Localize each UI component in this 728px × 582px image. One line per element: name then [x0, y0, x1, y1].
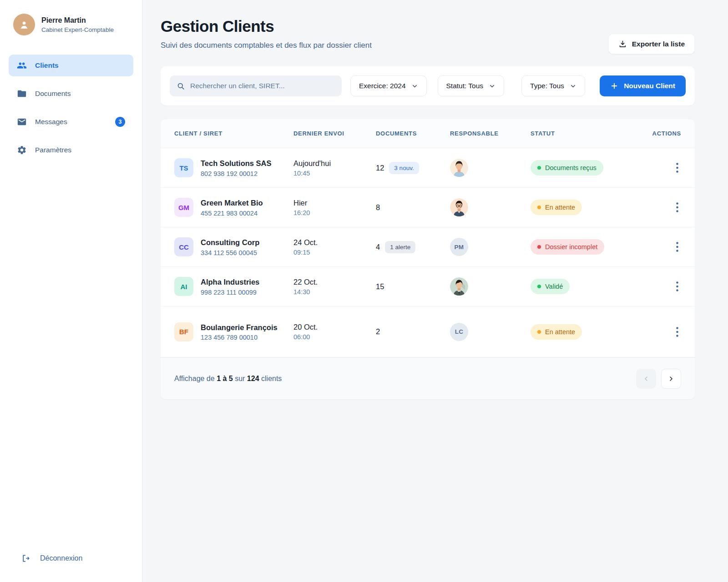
table-row[interactable]: GM Green Market Bio 455 221 983 00024 Hi… — [161, 188, 695, 227]
table-header-row: Client / Siret Dernier envoi Documents R… — [161, 119, 695, 148]
previous-page-button[interactable] — [636, 369, 656, 389]
status-label: Dossier incomplet — [545, 243, 597, 251]
envoi-date: Aujourd'hui — [293, 159, 376, 168]
client-cell: GM Green Market Bio 455 221 983 00024 — [174, 198, 293, 217]
plus-icon — [610, 82, 618, 90]
exercice-dropdown[interactable]: Exercice: 2024 — [350, 75, 427, 96]
dernier-envoi-cell: Aujourd'hui 10:45 — [293, 159, 376, 177]
envoi-time: 14:30 — [293, 288, 376, 296]
responsable-cell — [450, 198, 531, 216]
user-org: Cabinet Expert-Comptable — [41, 26, 114, 33]
row-actions-menu-button[interactable] — [673, 324, 681, 340]
envoi-date: 22 Oct. — [293, 278, 376, 286]
responsable-initials-avatar: PM — [450, 238, 468, 256]
sidebar-item-messages[interactable]: Messages 3 — [9, 111, 133, 133]
sidebar-item-label: Documents — [35, 90, 71, 98]
page-head-text: Gestion Clients Suivi des documents comp… — [161, 17, 372, 50]
client-initials-avatar: BF — [174, 322, 193, 341]
search-icon — [177, 82, 185, 90]
users-icon — [17, 60, 27, 70]
table-row[interactable]: BF Boulangerie François 123 456 789 0001… — [161, 306, 695, 357]
responsable-photo-avatar — [450, 198, 468, 216]
download-icon — [618, 40, 627, 48]
actions-cell — [635, 279, 681, 294]
sidebar-item-parametres[interactable]: Paramètres — [9, 139, 133, 161]
actions-cell — [635, 239, 681, 255]
client-name: Alpha Industries — [201, 277, 259, 287]
avatar-illustration — [450, 277, 468, 296]
actions-cell — [635, 160, 681, 176]
statut-cell: En attente — [531, 324, 635, 340]
kebab-icon — [676, 202, 678, 212]
table-row[interactable]: CC Consulting Corp 334 112 556 00045 24 … — [161, 227, 695, 267]
logout-icon — [21, 554, 30, 563]
envoi-time: 06:00 — [293, 333, 376, 341]
main-content: Gestion Clients Suivi des documents comp… — [142, 0, 728, 582]
pagination-range: 1 à 5 — [217, 375, 233, 382]
mail-icon — [17, 117, 27, 127]
status-dot — [537, 166, 541, 170]
clients-table: Client / Siret Dernier envoi Documents R… — [161, 119, 695, 399]
statut-cell: En attente — [531, 200, 635, 215]
client-siret: 998 223 111 00099 — [201, 289, 259, 296]
chevron-right-icon — [667, 375, 675, 382]
status-badge: Validé — [531, 279, 570, 294]
type-dropdown-label: Type: Tous — [530, 82, 564, 90]
statut-dropdown-label: Statut: Tous — [446, 82, 484, 90]
user-name: Pierre Martin — [41, 16, 114, 25]
client-identity: Alpha Industries 998 223 111 00099 — [201, 277, 259, 296]
person-icon — [18, 19, 30, 30]
sidebar-item-label: Paramètres — [35, 146, 71, 154]
next-page-button[interactable] — [661, 369, 681, 389]
avatar-illustration — [450, 198, 468, 216]
type-dropdown[interactable]: Type: Tous — [521, 75, 585, 96]
chevron-down-icon — [411, 83, 418, 90]
documents-badge: 3 nouv. — [389, 162, 419, 174]
table-row[interactable]: AI Alpha Industries 998 223 111 00099 22… — [161, 267, 695, 306]
documents-count: 12 — [376, 164, 384, 172]
user-avatar — [13, 14, 35, 35]
sidebar-item-clients[interactable]: Clients — [9, 55, 133, 76]
documents-badge: 1 alerte — [385, 241, 415, 253]
table-row[interactable]: TS Tech Solutions SAS 802 938 192 00012 … — [161, 148, 695, 188]
kebab-icon — [676, 327, 678, 337]
status-label: Documents reçus — [545, 164, 597, 171]
row-actions-menu-button[interactable] — [673, 160, 681, 176]
statut-dropdown[interactable]: Statut: Tous — [438, 75, 505, 96]
chevron-down-icon — [570, 83, 576, 90]
status-badge: En attente — [531, 200, 582, 215]
envoi-date: 20 Oct. — [293, 323, 376, 331]
status-dot — [537, 245, 541, 249]
client-identity: Boulangerie François 123 456 789 00010 — [201, 322, 278, 341]
statut-cell: Dossier incomplet — [531, 239, 635, 255]
page-subtitle: Suivi des documents comptables et des fl… — [161, 41, 372, 50]
envoi-time: 16:20 — [293, 209, 376, 216]
envoi-time: 10:45 — [293, 170, 376, 177]
envoi-date: 24 Oct. — [293, 238, 376, 247]
row-actions-menu-button[interactable] — [673, 279, 681, 294]
statut-cell: Documents reçus — [531, 160, 635, 176]
client-cell: CC Consulting Corp 334 112 556 00045 — [174, 237, 293, 256]
messages-unread-badge: 3 — [115, 117, 125, 127]
column-header-responsable: Responsable — [450, 130, 531, 137]
search-input[interactable] — [190, 82, 335, 90]
column-header-documents: Documents — [376, 130, 450, 137]
export-list-button[interactable]: Exporter la liste — [608, 34, 695, 54]
status-label: En attente — [545, 328, 575, 336]
documents-count: 2 — [376, 327, 380, 336]
table-footer: Affichage de 1 à 5 sur 124 clients — [161, 357, 695, 399]
row-actions-menu-button[interactable] — [673, 200, 681, 215]
client-siret: 123 456 789 00010 — [201, 334, 278, 341]
documents-cell: 12 3 nouv. — [376, 162, 450, 174]
status-badge: Documents reçus — [531, 160, 603, 176]
search-box[interactable] — [170, 75, 342, 96]
pagination-prefix: Affichage de — [174, 375, 215, 382]
sidebar-item-documents[interactable]: Documents — [9, 83, 133, 105]
column-header-actions: Actions — [635, 130, 681, 137]
new-client-button[interactable]: Nouveau Client — [600, 75, 686, 96]
client-cell: BF Boulangerie François 123 456 789 0001… — [174, 322, 293, 341]
chevron-left-icon — [642, 375, 650, 382]
logout-button[interactable]: Déconnexion — [21, 554, 82, 563]
new-client-label: Nouveau Client — [624, 82, 675, 90]
row-actions-menu-button[interactable] — [673, 239, 681, 255]
